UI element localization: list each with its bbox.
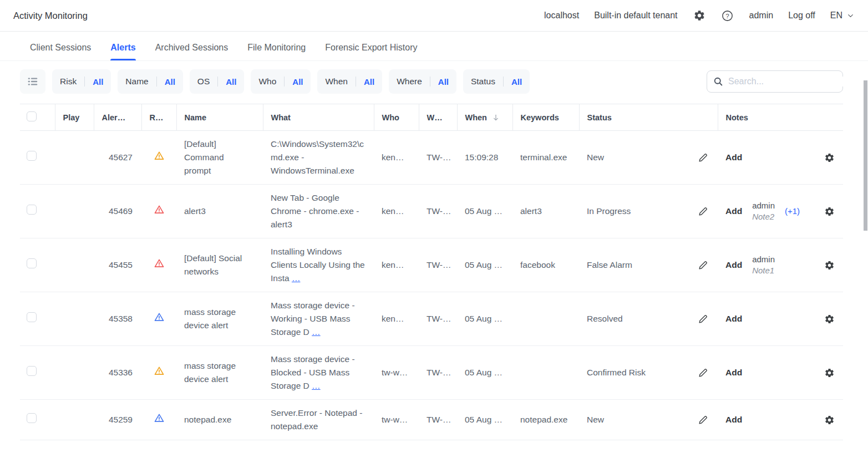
row-settings-button[interactable] (823, 313, 835, 325)
tab-forensic-export-history[interactable]: Forensic Export History (325, 43, 417, 60)
search-input[interactable] (728, 77, 843, 87)
user-menu[interactable]: admin (749, 11, 774, 21)
filter-chip-os[interactable]: OS All (190, 69, 245, 94)
list-view-button[interactable] (20, 69, 45, 94)
vertical-scrollbar[interactable] (864, 80, 867, 231)
play-cell (55, 292, 94, 346)
what-more-link[interactable]: … (312, 327, 321, 337)
help-icon[interactable]: ? (721, 9, 734, 22)
gear-icon (824, 314, 835, 324)
language-selector[interactable]: EN (830, 11, 855, 21)
row-settings-button[interactable] (823, 414, 835, 426)
row-settings-button[interactable] (823, 205, 835, 217)
gear-icon (824, 260, 835, 271)
pencil-icon (698, 314, 708, 324)
status-label: New (587, 151, 604, 164)
filter-label: Who (251, 77, 284, 87)
filter-chip-status[interactable]: Status All (463, 69, 530, 94)
row-settings-button[interactable] (823, 259, 835, 271)
edit-status-button[interactable] (697, 367, 709, 379)
tenant-label: Built-in default tenant (594, 11, 677, 21)
keywords-cell: facebook (512, 238, 579, 292)
tab-alerts[interactable]: Alerts (110, 43, 135, 60)
select-all-checkbox[interactable] (27, 111, 37, 121)
settings-icon[interactable] (693, 9, 706, 22)
keywords-cell: notepad.exe (512, 400, 579, 440)
pencil-icon (698, 152, 708, 163)
when-cell: 05 Aug … (457, 400, 512, 440)
filter-value: All (157, 77, 183, 87)
header-what[interactable]: What (263, 104, 374, 131)
filter-chip-name[interactable]: Name All (118, 69, 183, 94)
filter-chip-who[interactable]: Who All (251, 69, 311, 94)
log-off-button[interactable]: Log off (788, 11, 815, 21)
header-name[interactable]: Name (176, 104, 263, 131)
filter-label: Risk (52, 77, 84, 87)
header-alert-id[interactable]: Aler… (94, 104, 141, 131)
row-checkbox[interactable] (27, 258, 37, 268)
sort-desc-icon (491, 113, 500, 122)
row-checkbox[interactable] (27, 205, 37, 215)
note-more-badge[interactable]: (+1) (785, 205, 800, 218)
header-keywords[interactable]: Keywords (512, 104, 579, 131)
header-status[interactable]: Status (579, 104, 718, 131)
edit-status-button[interactable] (697, 414, 709, 426)
edit-status-button[interactable] (697, 205, 709, 217)
row-checkbox[interactable] (27, 312, 37, 322)
gear-icon (824, 368, 835, 378)
status-label: Resolved (587, 312, 623, 325)
filter-chip-where[interactable]: Where All (389, 69, 456, 94)
risk-warning-icon (154, 365, 165, 377)
where-cell: TW-… (419, 292, 457, 346)
what-more-link[interactable]: … (312, 381, 321, 390)
header-when[interactable]: When (457, 104, 512, 131)
header-risk[interactable]: R… (141, 104, 176, 131)
alert-name: alert3 (176, 185, 263, 238)
header-select-all[interactable] (20, 104, 55, 131)
table-row: 45455 [Default] Social networks Installi… (20, 238, 843, 292)
add-note-button[interactable]: Add (725, 415, 742, 425)
tab-bar: Client Sessions Alerts Archived Sessions… (0, 32, 868, 61)
pencil-icon (698, 206, 708, 217)
add-note-button[interactable]: Add (725, 152, 742, 162)
what-text: Server.Error - Notepad - notepad.exe (271, 408, 362, 431)
keywords-cell (512, 292, 579, 346)
add-note-button[interactable]: Add (725, 314, 742, 324)
header-who[interactable]: Who (374, 104, 419, 131)
filter-chip-risk[interactable]: Risk All (52, 69, 111, 94)
header-where[interactable]: W… (419, 104, 457, 131)
add-note-button[interactable]: Add (725, 206, 742, 216)
who-cell: ken… (374, 185, 419, 238)
row-checkbox[interactable] (27, 366, 37, 376)
add-note-button[interactable]: Add (725, 260, 742, 270)
alert-id: 45358 (94, 292, 141, 346)
alert-name: [Default] Social networks (176, 238, 263, 292)
tab-archived-sessions[interactable]: Archived Sessions (155, 43, 229, 60)
header-play[interactable]: Play (55, 104, 94, 131)
filter-value: All (85, 77, 111, 87)
note-text: Note2 (752, 211, 775, 222)
tab-file-monitoring[interactable]: File Monitoring (247, 43, 306, 60)
row-checkbox[interactable] (27, 413, 37, 423)
edit-status-button[interactable] (697, 151, 709, 164)
edit-status-button[interactable] (697, 259, 709, 271)
add-note-button[interactable]: Add (725, 368, 742, 378)
when-cell: 05 Aug … (457, 292, 512, 346)
filter-chip-when[interactable]: When All (317, 69, 382, 94)
filter-label: Where (389, 77, 430, 87)
keywords-cell: alert3 (512, 185, 579, 238)
note-entry: admin Note2 (752, 200, 775, 222)
filter-value: All (430, 77, 456, 87)
table-row: 45627 [Default] Command prompt C:\Window… (20, 131, 843, 185)
play-cell (55, 346, 94, 400)
row-settings-button[interactable] (823, 151, 835, 164)
header-when-label: When (465, 113, 487, 122)
header-notes[interactable]: Notes (718, 104, 843, 131)
tab-client-sessions[interactable]: Client Sessions (30, 43, 91, 60)
who-cell: ken… (374, 238, 419, 292)
edit-status-button[interactable] (697, 313, 709, 325)
gear-icon (824, 206, 835, 217)
row-settings-button[interactable] (823, 367, 835, 379)
what-more-link[interactable]: … (292, 273, 301, 283)
row-checkbox[interactable] (27, 151, 37, 161)
